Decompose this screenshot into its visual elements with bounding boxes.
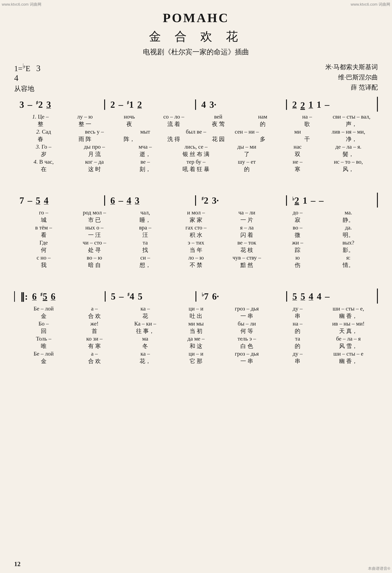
verse-s3-1-cn: 金 合 欢 花 吐 出 一 串 串 幽 香，: [14, 312, 378, 320]
lyric: си –: [121, 254, 169, 261]
lyric: 的: [273, 342, 322, 350]
verse-s3-3-cn: 唯 有 寒 冬 和 这 白 色 的 风 雪，: [14, 342, 378, 350]
lyric: 白 色: [223, 342, 271, 350]
lyric: ко зи –: [70, 335, 119, 342]
verse-s2-4-cn: 我 暗 自 想， 不 禁 黯 然 伤 情。: [14, 261, 378, 269]
note: 4: [44, 195, 49, 206]
lyric: ве – ток: [223, 239, 271, 246]
lyric: 这 时: [70, 165, 119, 173]
lyric: 月 流: [70, 150, 119, 158]
lyric: ка –: [121, 350, 169, 357]
translator-line: 薛 范译配: [325, 82, 378, 93]
lyric: шу – ет: [223, 159, 271, 165]
lyric: 它 那: [172, 357, 220, 365]
lyric: 干: [286, 135, 328, 143]
lyric: 声，: [331, 120, 373, 128]
lyric: ког – да: [70, 159, 119, 165]
verse-s3-3-ru: Толь – ко зи – ма да ме – тель э – та бе…: [14, 335, 378, 342]
lyric: 串: [273, 357, 322, 365]
lyric: 有 寒: [70, 342, 119, 350]
lyric: ду –: [273, 305, 322, 312]
lyric: 金: [19, 312, 68, 320]
lyric: 逝，: [121, 150, 169, 158]
note: 4: [201, 99, 206, 110]
lyric: 想，: [121, 261, 169, 269]
lyric: 风，: [324, 165, 373, 173]
lyric: ци – и: [172, 305, 220, 312]
lyric: 和 这: [172, 342, 220, 350]
lyric: та: [121, 239, 169, 246]
verse-s2-1-cn: 城 市 已 睡， 家 家 一 片 寂 静。: [14, 216, 378, 224]
verse-bg: с но – во – ю си – ло – ю чув – ству – ю…: [14, 254, 378, 261]
lyric: был ве –: [172, 128, 220, 135]
title-section: РОМАНС 金 合 欢 花 电视剧《杜尔宾一家的命运》插曲: [14, 11, 378, 57]
note: 2: [137, 99, 142, 110]
verse-bg: в тём – ных о – вра – гах сто – я – ла в…: [14, 224, 378, 231]
lyric: да ме –: [172, 335, 220, 342]
lyric: 踪: [273, 246, 322, 254]
lyric: 往 事，: [121, 327, 169, 335]
lyric: 闪 着: [223, 231, 271, 239]
verse-bg: 春 雨 阵 阵， 洗 得 花 园 多 干 净，: [14, 135, 378, 143]
lyric: 3. Го –: [19, 143, 68, 150]
lyric: ча – ли: [223, 209, 271, 216]
measure-1-3: 4 3·: [195, 99, 286, 110]
lyric: лив – ня – ми,: [324, 128, 373, 135]
lyric: с но –: [19, 254, 68, 261]
note: ♭2: [292, 195, 299, 206]
lyric: 阵，: [108, 135, 150, 143]
note: 2: [300, 100, 305, 109]
lyric: 天 真，: [324, 327, 373, 335]
lyric: мыт: [121, 128, 169, 135]
lyric: 影。: [324, 246, 373, 254]
lyric: 银 丝 布 满: [172, 150, 220, 158]
lyric: 吼 着 狂 暴: [172, 165, 220, 173]
verse-lines-3: Бе – лой а – ка – ци – и гроз – дья ду –…: [14, 305, 378, 365]
verse-bg: 回 首 往 事， 当 初 何 等 的 天 真，: [14, 327, 378, 335]
lyric: 伤: [273, 261, 322, 269]
lyric: чал,: [121, 209, 169, 216]
lyric: я:: [324, 254, 373, 261]
lyric: ных о –: [70, 224, 119, 231]
note: 5: [36, 195, 40, 206]
lyric: вей: [197, 113, 239, 120]
note: 5: [292, 291, 297, 302]
lyric: 4. В час,: [19, 159, 68, 165]
verse-3-ru: 3. Го – ды про – мча – лись, се – ды – м…: [14, 143, 378, 150]
note: ♯2: [36, 99, 43, 110]
lyric: гах сто –: [172, 224, 220, 231]
lyric: 微: [273, 231, 322, 239]
lyric: да.: [324, 224, 373, 231]
note: –: [325, 291, 330, 302]
lyric: сви – сты – вал,: [331, 113, 373, 120]
lyric: 汪: [121, 231, 169, 239]
measure-2-2: 6 – 4 3: [104, 195, 195, 206]
lyricist-line: 维·巴斯涅尔曲: [325, 72, 378, 83]
lyric: 城: [19, 216, 68, 224]
score-segment-2: 7 – 5 4 6 – 4 3 ♯2 3· ♭2 1 – – го – род …: [14, 193, 378, 269]
watermark-top-right: www.ktvc6.com 词曲网: [351, 2, 390, 7]
lyric: 岁: [19, 150, 68, 158]
lyric: 幽 香，: [324, 312, 373, 320]
lyric: я – ла: [223, 224, 271, 231]
lyric: го –: [19, 209, 68, 216]
lyric: 一 串: [223, 357, 271, 365]
lyric: во – ю: [70, 254, 119, 261]
verse-4-cn: 在 这 时 刻， 吼 着 狂 暴 的 寒 风，: [14, 165, 378, 173]
lyric: та: [273, 335, 322, 342]
lyric: 的: [273, 327, 322, 335]
lyric: 何: [19, 246, 68, 254]
lyric: вых?: [324, 239, 373, 246]
note: –: [119, 99, 123, 110]
lyric: 睡，: [121, 216, 169, 224]
verse-bg: Толь – ко зи – ма да ме – тель э – та бе…: [14, 335, 378, 342]
verse-bg: 1. Це – лу – ю ночь со – ло – вей нам на…: [14, 113, 378, 120]
lyric: на –: [286, 113, 328, 120]
lyric: ночь: [108, 113, 150, 120]
lyric: 吐 出: [172, 312, 220, 320]
verse-bg: 何 处 寻 找 当 年 花 枝 踪 影。: [14, 246, 378, 254]
note: –: [119, 195, 123, 206]
header-info: 1=♭E 34 从容地 米·马都索夫斯基词 维·巴斯涅尔曲 薛 范译配: [14, 62, 378, 93]
lyric: 市 已: [70, 216, 119, 224]
lyric: ло – ю: [172, 254, 220, 261]
